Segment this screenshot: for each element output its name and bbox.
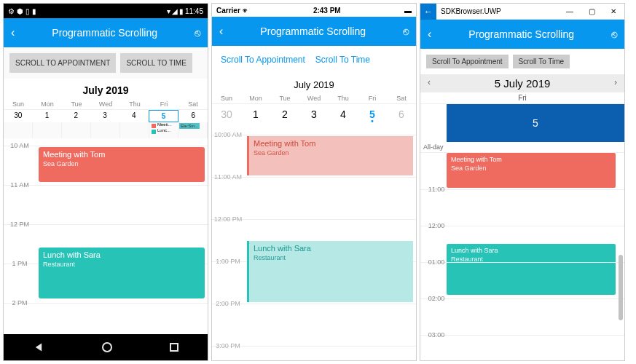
date-cell[interactable]: 30 xyxy=(212,104,241,127)
time-label: 3:00 PM xyxy=(212,342,244,349)
button-row: Scroll To Appointment Scroll To Time xyxy=(420,49,624,74)
appt-sub: Restaurant xyxy=(43,261,200,268)
app-bar: ‹ Programmatic Scrolling ⎋ xyxy=(420,20,624,49)
date-cell[interactable]: 3 xyxy=(90,110,119,122)
nav-home-icon[interactable] xyxy=(102,342,112,352)
app-bar: ‹ Programmatic Scrolling ⎋ xyxy=(4,18,208,47)
scroll-to-time-button[interactable]: SCROLL TO TIME xyxy=(120,53,192,73)
date-cell[interactable]: 1 xyxy=(241,104,270,127)
app-icon: ← xyxy=(420,4,436,20)
weekday-row: Sun Mon Tue Wed Thu Fri Sat xyxy=(212,93,416,104)
scroll-to-time-button[interactable]: Scroll To Time xyxy=(513,55,570,68)
mini-appointments: Meeti... Lunc... Ele:Sm... xyxy=(4,122,208,138)
share-icon[interactable]: ⎋ xyxy=(403,25,409,37)
time-label: 12:00 xyxy=(420,222,452,229)
date-cell[interactable]: 1 xyxy=(33,110,62,122)
time-grid[interactable]: 10:00 AM 11:00 AM 12:00 PM 1:00 PM 2:00 … xyxy=(212,127,416,361)
time-label: 2:00 PM xyxy=(212,300,244,307)
appointment-meeting[interactable]: Meeting with Tom Sea Garden xyxy=(247,136,413,175)
appointment-meeting[interactable]: Meeting with Tom Sea Garden xyxy=(447,153,616,188)
nav-back-icon[interactable] xyxy=(35,343,41,351)
prev-icon[interactable]: ‹ xyxy=(428,77,431,87)
appt-title: Lunch with Sara xyxy=(254,244,311,253)
scroll-to-appointment-button[interactable]: SCROLL TO APPOINTMENT xyxy=(9,53,116,73)
day-label: Fri xyxy=(358,93,387,103)
appt-title: Meeting with Tom xyxy=(254,139,315,148)
minimize-icon[interactable]: — xyxy=(559,7,581,15)
date-cell[interactable]: 4 xyxy=(329,104,358,127)
day-label: Wed xyxy=(91,99,120,109)
scroll-to-appointment-button[interactable]: Scroll To Appointment xyxy=(218,52,308,68)
nav-recent-icon[interactable] xyxy=(170,343,178,352)
appt-sub: Sea Garden xyxy=(254,149,409,157)
appt-sub: Sea Garden xyxy=(43,160,200,167)
carrier-label: Carrier xyxy=(216,7,240,15)
share-icon[interactable]: ⎋ xyxy=(611,28,617,40)
day-label: Sat xyxy=(178,99,208,109)
appointment-meeting[interactable]: Meeting with Tom Sea Garden xyxy=(39,147,205,182)
button-row: Scroll To Appointment Scroll To Time xyxy=(212,46,416,74)
weekday-row: Sun Mon Tue Wed Thu Fri Sat xyxy=(4,99,208,110)
time-label: 11:00 AM xyxy=(212,173,244,181)
maximize-icon[interactable]: ▢ xyxy=(581,7,602,15)
date-cell[interactable]: 6 xyxy=(387,104,416,127)
app-bar: ‹ Programmatic Scrolling ⎋ xyxy=(212,17,416,46)
android-status-bar: ⚙ ⬢ ▯ ▮ ▾ ◢ ▮ 11:45 xyxy=(4,4,208,18)
date-cell[interactable]: 3 xyxy=(299,104,329,127)
day-label: Mon xyxy=(33,99,62,109)
time-label: 12 PM xyxy=(4,221,36,228)
time-grid[interactable]: 10 AM 11 AM 12 PM 1 PM 2 PM Meeting with… xyxy=(4,138,208,336)
status-time: 11:45 xyxy=(185,7,203,15)
uwp-title-bar: ← SDKBrowser.UWP — ▢ ✕ xyxy=(420,4,624,20)
time-grid[interactable]: Meeting with Tom Sea Garden 11:00 12:00 … xyxy=(420,153,624,357)
scroll-to-time-button[interactable]: Scroll To Time xyxy=(313,52,373,68)
date-block[interactable]: 5 xyxy=(447,104,624,142)
share-icon[interactable]: ⎋ xyxy=(195,27,200,39)
date-row: 30 1 2 3 4 5 6 xyxy=(212,104,416,127)
date-cell-selected[interactable]: 5 xyxy=(358,104,387,127)
mini-lunch-label: Lunc... xyxy=(157,128,170,132)
doc-icon: ▯ xyxy=(25,7,30,15)
scroll-to-appointment-button[interactable]: Scroll To Appointment xyxy=(426,55,509,68)
next-icon[interactable]: › xyxy=(614,77,617,87)
mini-lunch-dot xyxy=(152,130,156,134)
battery-icon: ▮ xyxy=(179,7,184,15)
app-title: Programmatic Scrolling xyxy=(431,28,611,40)
button-row: SCROLL TO APPOINTMENT SCROLL TO TIME xyxy=(4,47,208,79)
date-cell[interactable]: 30 xyxy=(4,110,33,122)
android-device: ⚙ ⬢ ▯ ▮ ▾ ◢ ▮ 11:45 ‹ Programmatic Scrol… xyxy=(3,3,208,361)
scrollbar[interactable] xyxy=(619,255,623,320)
wifi-icon: ▾ xyxy=(167,7,170,15)
date-cell-selected[interactable]: 5 xyxy=(149,110,179,122)
date-cell[interactable]: 6 xyxy=(178,110,208,122)
day-label: Tue xyxy=(270,93,299,103)
date-cell[interactable]: 2 xyxy=(61,110,90,122)
android-nav-bar xyxy=(4,334,208,360)
time-label: 03:00 xyxy=(420,331,452,339)
month-label: 5 July 2019 xyxy=(495,77,551,90)
status-time: 2:43 PM xyxy=(313,7,341,15)
appt-sub: Sea Garden xyxy=(451,165,611,172)
date-cell[interactable]: 4 xyxy=(119,110,149,122)
battery-icon: ▬ xyxy=(404,7,412,15)
appointment-lunch[interactable]: Lunch with Sara Restaurant xyxy=(447,244,616,295)
card-icon: ▮ xyxy=(32,7,36,15)
close-icon[interactable]: ✕ xyxy=(602,7,624,15)
day-label: Fri xyxy=(420,92,624,104)
day-label: Wed xyxy=(299,93,329,103)
window-title: SDKBrowser.UWP xyxy=(436,7,559,15)
time-label: 01:00 xyxy=(420,258,452,266)
appointment-lunch[interactable]: Lunch with Sara Restaurant xyxy=(247,241,413,302)
date-cell[interactable]: 2 xyxy=(270,104,299,127)
mini-meeting-label: Meeti... xyxy=(157,122,172,127)
appt-title: Lunch with Sara xyxy=(43,250,101,259)
mini-badge: Ele:Sm... xyxy=(179,123,200,129)
date-row: 30 1 2 3 4 5 6 xyxy=(4,110,208,122)
time-label: 02:00 xyxy=(420,295,452,302)
time-label: 1 PM xyxy=(4,260,36,267)
appointment-lunch[interactable]: Lunch with Sara Restaurant xyxy=(39,248,205,298)
day-label: Mon xyxy=(241,93,270,103)
appt-title: Meeting with Tom xyxy=(451,156,502,163)
gear-icon: ⚙ xyxy=(8,7,15,15)
ios-status-bar: Carrier ᯤ 2:43 PM ▬ xyxy=(212,4,416,17)
